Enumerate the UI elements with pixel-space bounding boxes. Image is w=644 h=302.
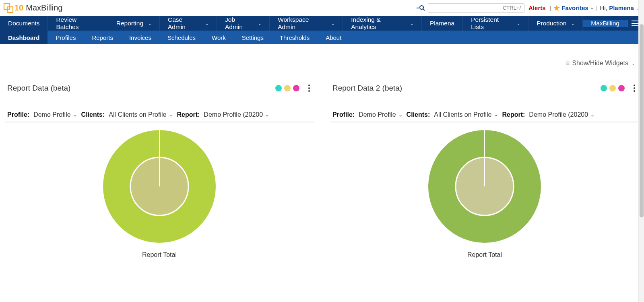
primary-nav-label: Persistent Lists (471, 16, 512, 31)
search-list-icon[interactable]: ≡ (416, 5, 425, 11)
donut-chart: Report Total (426, 128, 543, 259)
chart-caption: Report Total (101, 251, 218, 259)
primary-nav-item[interactable]: Documents (0, 16, 48, 31)
widget-header: Report Data 2 (beta) (330, 83, 639, 97)
search-icon (419, 5, 425, 11)
primary-nav-item[interactable]: Indexing & Analytics⌄ (343, 16, 422, 31)
chevron-down-icon: ⌄ (258, 21, 261, 26)
chevron-down-icon: ⌄ (590, 5, 594, 10)
secondary-nav: DashboardProfilesReportsInvoicesSchedule… (0, 31, 644, 44)
widget-title: Report Data (beta) (7, 84, 70, 93)
widget: Report Data 2 (beta)Profile:Demo Profile… (330, 83, 639, 259)
chart-area: Report Total (330, 122, 639, 259)
logo-icon (3, 3, 14, 13)
status-dots[interactable] (275, 85, 299, 91)
user-greeting[interactable]: Hi, Plamena ⌄ (600, 4, 640, 11)
filter-label-report: Report: (177, 111, 200, 118)
filter-value: Demo Profile (20200 (204, 111, 263, 118)
chevron-down-icon: ⌄ (494, 112, 498, 118)
secondary-nav-item[interactable]: Invoices (121, 31, 159, 44)
chevron-down-icon: ⌄ (632, 61, 635, 66)
status-dots[interactable] (601, 85, 625, 91)
filter-select-profile[interactable]: Demo Profile⌄ (33, 111, 77, 118)
chevron-down-icon: ⌄ (517, 21, 520, 26)
list-icon: ≡ (566, 60, 570, 67)
primary-nav-label: Indexing & Analytics (351, 16, 405, 31)
filter-label-profile: Profile: (7, 111, 29, 118)
secondary-nav-item[interactable]: Schedules (159, 31, 204, 44)
secondary-nav-item[interactable]: Thresholds (272, 31, 318, 44)
filter-select-clients[interactable]: All Clients on Profile⌄ (434, 111, 498, 118)
primary-nav-label: Reporting (116, 20, 143, 27)
primary-nav-item[interactable]: Review Batches (48, 16, 108, 31)
status-dot-pink[interactable] (293, 85, 299, 91)
status-dot-teal[interactable] (275, 85, 282, 91)
global-search-input[interactable] (428, 3, 524, 13)
chevron-down-icon: ⌄ (571, 21, 574, 26)
primary-nav-item[interactable]: Case Admin⌄ (160, 16, 217, 31)
chevron-down-icon: ⌄ (410, 21, 413, 26)
primary-nav-label: Documents (8, 20, 39, 27)
chart-caption: Report Total (426, 251, 543, 259)
greeting-prefix: Hi, (600, 4, 607, 11)
chart-area: Report Total (5, 122, 314, 259)
svg-line-3 (423, 9, 425, 10)
primary-nav-label: Job Admin (225, 16, 253, 31)
favorites-menu[interactable]: ★ Favorites ⌄ (553, 4, 594, 12)
primary-nav-item[interactable]: Job Admin⌄ (217, 16, 270, 31)
status-dot-pink[interactable] (618, 85, 625, 91)
primary-nav-label: Review Batches (56, 16, 99, 31)
separator: | (550, 5, 551, 11)
filter-value: All Clients on Profile (434, 111, 491, 118)
favorites-label: Favorites (561, 4, 588, 11)
logo-number: 10 (14, 3, 23, 12)
chevron-down-icon: ⌄ (398, 112, 402, 118)
status-dot-teal[interactable] (601, 85, 607, 91)
filter-select-report[interactable]: Demo Profile (20200⌄ (204, 111, 269, 118)
app-logo[interactable]: 10 MaxBilling (3, 3, 62, 13)
filter-label-clients: Clients: (81, 111, 105, 118)
scrollbar-thumb[interactable] (640, 24, 644, 217)
secondary-nav-item[interactable]: Reports (84, 31, 121, 44)
widget-toggle-label: Show/Hide Widgets (572, 60, 628, 67)
primary-nav-item[interactable]: Persistent Lists⌄ (463, 16, 528, 31)
chevron-down-icon: ⌄ (205, 21, 208, 26)
show-hide-widgets-button[interactable]: ≡ Show/Hide Widgets ⌄ (566, 60, 635, 67)
secondary-nav-item[interactable]: Dashboard (0, 31, 47, 44)
filter-label-report: Report: (502, 111, 525, 118)
secondary-nav-item[interactable]: Profiles (47, 31, 84, 44)
widget-menu-button[interactable] (307, 83, 312, 93)
primary-nav-item[interactable]: Workspace Admin⌄ (270, 16, 343, 31)
filter-select-profile[interactable]: Demo Profile⌄ (359, 111, 402, 118)
donut-chart: Report Total (101, 128, 218, 259)
secondary-nav-item[interactable]: Settings (234, 31, 272, 44)
status-dot-yellow[interactable] (609, 85, 616, 91)
secondary-nav-item[interactable]: Work (204, 31, 234, 44)
scrollbar-track[interactable] (638, 0, 644, 259)
primary-nav-item[interactable]: Production⌄ (528, 16, 583, 31)
filter-value: All Clients on Profile (109, 111, 166, 118)
filter-value: Demo Profile (359, 111, 396, 118)
filter-value: Demo Profile (33, 111, 70, 118)
filters-row: Profile:Demo Profile⌄Clients:All Clients… (330, 97, 639, 122)
primary-nav-item[interactable]: Reporting⌄ (108, 16, 160, 31)
primary-nav-label: Case Admin (168, 16, 200, 31)
status-dot-yellow[interactable] (284, 85, 291, 91)
primary-nav-item[interactable]: Plamena (422, 16, 463, 31)
filter-select-report[interactable]: Demo Profile (20200⌄ (529, 111, 594, 118)
alerts-link[interactable]: Alerts (528, 4, 546, 11)
chevron-down-icon: ⌄ (590, 112, 594, 118)
chevron-down-icon: ⌄ (265, 112, 269, 118)
primary-nav-maxbilling[interactable]: MaxBilling (583, 20, 628, 27)
widget-menu-button[interactable] (632, 83, 637, 93)
primary-nav-label: MaxBilling (591, 20, 619, 27)
secondary-nav-item[interactable]: About (318, 31, 349, 44)
star-icon: ★ (553, 4, 560, 12)
chevron-down-icon: ⌄ (169, 112, 173, 118)
filters-row: Profile:Demo Profile⌄Clients:All Clients… (5, 97, 314, 122)
filter-select-clients[interactable]: All Clients on Profile⌄ (109, 111, 173, 118)
widget: Report Data (beta)Profile:Demo Profile⌄C… (5, 83, 314, 259)
widget-title: Report Data 2 (beta) (332, 84, 402, 93)
chevron-down-icon: ⌄ (148, 21, 151, 26)
widget-toggle-row: ≡ Show/Hide Widgets ⌄ (5, 48, 639, 67)
